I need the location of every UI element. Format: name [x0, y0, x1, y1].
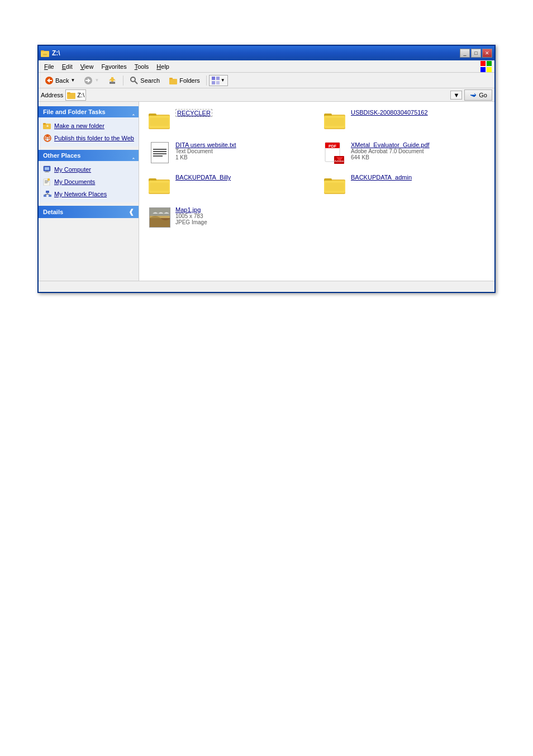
dita-txt-type: Text Document	[175, 148, 236, 154]
views-dropdown-icon[interactable]: ▼	[221, 78, 225, 83]
forward-dropdown-icon[interactable]: ▼	[94, 78, 99, 83]
svg-marker-14	[109, 77, 116, 81]
menu-view[interactable]: View	[77, 62, 97, 71]
svg-line-17	[135, 81, 137, 84]
image-file-icon	[149, 206, 171, 229]
menu-bar: File Edit View Favorites Tools Help	[39, 60, 494, 73]
other-places-header[interactable]: Other Places ‸	[39, 150, 139, 161]
back-button[interactable]: Back ▼	[41, 74, 79, 87]
address-value[interactable]: Z:\	[77, 92, 84, 98]
up-icon	[108, 76, 117, 85]
title-bar: Z:\ _ □ ✕	[39, 46, 494, 60]
svg-rect-37	[45, 172, 49, 172]
file-folder-tasks-chevron: ‸	[132, 109, 134, 115]
address-bar: Address Z:\ ▼ Go	[39, 88, 494, 102]
maximize-button[interactable]: □	[471, 49, 481, 58]
svg-rect-6	[487, 61, 492, 66]
file-item[interactable]: RECYCLER	[146, 106, 312, 134]
folders-icon	[169, 76, 178, 85]
toolbar: Back ▼ ▼	[39, 73, 494, 88]
title-bar-left: Z:\	[41, 49, 60, 58]
file-item[interactable]: USBDISK-20080304075162	[321, 106, 488, 134]
recycler-info: RECYCLER	[175, 109, 212, 117]
toolbar-sep-2	[206, 75, 207, 86]
up-button[interactable]	[104, 74, 121, 87]
publish-folder-label: Publish this folder to the Web	[54, 135, 134, 141]
my-documents-link[interactable]: My Documents	[43, 176, 134, 188]
file-item[interactable]: BACKUPDATA_Billy	[146, 171, 312, 199]
menu-help[interactable]: Help	[153, 62, 173, 71]
make-new-folder-link[interactable]: + Make a new folder	[43, 120, 134, 132]
folders-button[interactable]: Folders	[165, 74, 204, 87]
file-grid: RECYCLER USBDISK-20080304075162	[139, 102, 494, 281]
back-dropdown-icon[interactable]: ▼	[70, 78, 75, 83]
toolbar-sep-1	[123, 75, 123, 86]
svg-rect-28	[43, 123, 46, 125]
minimize-button[interactable]: _	[460, 49, 470, 58]
xmetal-pdf-info: XMetal_Evaluator_Guide.pdf Adobe Acrobat…	[351, 141, 430, 160]
address-dropdown[interactable]: ▼	[450, 91, 462, 100]
svg-line-47	[45, 194, 47, 195]
xmetal-pdf-size: 644 KB	[351, 154, 430, 160]
search-button[interactable]: Search	[126, 74, 164, 87]
my-documents-label: My Documents	[54, 178, 95, 185]
other-places-chevron: ‸	[132, 153, 134, 159]
file-folder-tasks-title: File and Folder Tasks	[43, 108, 106, 115]
other-places-title: Other Places	[43, 152, 80, 159]
svg-text:PDF: PDF	[329, 144, 337, 148]
admin-info: BACKUPDATA_admin	[351, 174, 412, 181]
search-icon	[130, 76, 139, 85]
folders-label: Folders	[179, 77, 200, 84]
admin-folder-icon	[324, 174, 346, 196]
menu-favorites[interactable]: Favorites	[98, 62, 130, 71]
forward-button[interactable]: ▼	[80, 74, 103, 87]
content-area: File and Folder Tasks ‸ + Make a new fol…	[39, 102, 494, 281]
menu-edit[interactable]: Edit	[59, 62, 76, 71]
svg-rect-66	[150, 183, 169, 191]
svg-rect-42	[47, 178, 50, 181]
svg-rect-22	[212, 81, 215, 84]
publish-folder-link[interactable]: Publish this folder to the Web	[43, 132, 134, 144]
svg-rect-4	[43, 54, 47, 55]
dita-txt-info: DITA users website.txt Text Document 1 K…	[175, 141, 236, 160]
svg-rect-73	[150, 208, 170, 216]
address-folder-icon	[67, 91, 76, 100]
my-computer-link[interactable]: My Computer	[43, 163, 134, 176]
recycler-folder-icon	[149, 109, 171, 131]
admin-name: BACKUPDATA_admin	[351, 174, 412, 181]
svg-line-48	[47, 194, 50, 195]
menu-file[interactable]: File	[41, 62, 58, 71]
svg-rect-19	[169, 78, 173, 79]
back-label: Back	[55, 77, 69, 84]
my-network-places-label: My Network Places	[54, 191, 107, 197]
xmetal-pdf-type: Adobe Acrobat 7.0 Document	[351, 148, 430, 154]
svg-rect-20	[212, 77, 215, 80]
svg-marker-26	[470, 93, 476, 97]
my-network-places-link[interactable]: My Network Places	[43, 188, 134, 200]
details-chevron: ❰	[129, 208, 134, 216]
go-icon	[469, 91, 477, 99]
svg-rect-18	[169, 79, 177, 84]
details-header[interactable]: Details ❰	[39, 206, 139, 218]
svg-rect-7	[480, 67, 486, 72]
svg-rect-25	[67, 92, 70, 94]
file-folder-tasks-section: File and Folder Tasks ‸ + Make a new fol…	[39, 106, 139, 147]
other-places-section: Other Places ‸ My Compute	[39, 150, 139, 202]
computer-icon	[43, 165, 52, 174]
views-button[interactable]: ▼	[209, 75, 228, 86]
file-item[interactable]: DITA users website.txt Text Document 1 K…	[146, 139, 312, 167]
publish-icon	[43, 134, 52, 143]
svg-rect-36	[46, 171, 48, 172]
close-button[interactable]: ✕	[482, 49, 492, 58]
forward-icon	[84, 76, 93, 85]
file-folder-tasks-header[interactable]: File and Folder Tasks ‸	[39, 106, 139, 117]
file-item[interactable]: BACKUPDATA_admin	[321, 171, 488, 199]
go-button[interactable]: Go	[464, 89, 492, 101]
file-item[interactable]: Map1.jpg 1005 x 783 JPEG Image	[146, 204, 312, 231]
details-section: Details ❰	[39, 206, 139, 218]
file-item[interactable]: PDF Adobe XMetal_Evaluator_Guide.pdf Ado…	[321, 139, 488, 167]
svg-rect-44	[44, 195, 46, 197]
billy-folder-icon	[149, 174, 171, 196]
billy-info: BACKUPDATA_Billy	[175, 174, 231, 181]
menu-tools[interactable]: Tools	[131, 62, 153, 71]
